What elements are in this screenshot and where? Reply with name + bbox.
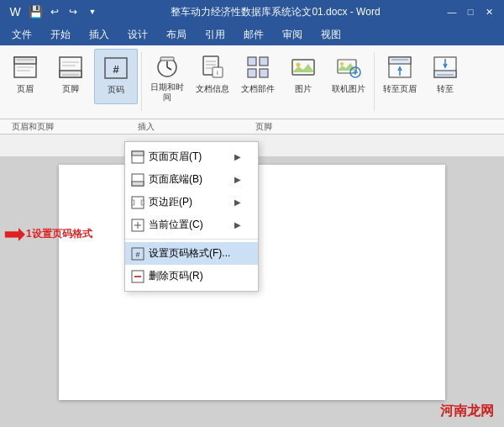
page-number-icon: # — [101, 53, 131, 83]
svg-text:#: # — [113, 63, 119, 76]
svg-rect-49 — [141, 200, 144, 205]
page-bottom-icon — [130, 172, 145, 187]
svg-rect-26 — [248, 69, 256, 77]
title-bar: W 💾 ↩ ↪ ▼ 整车动力经济性数据库系统论文01.docx - Word —… — [0, 0, 504, 24]
footer-button[interactable]: 页脚 — [49, 49, 92, 104]
annotation-text: 1设置页码格式 — [26, 227, 92, 241]
svg-rect-1 — [14, 57, 36, 64]
svg-rect-46 — [132, 182, 144, 186]
menu-design[interactable]: 设计 — [119, 25, 156, 44]
current-pos-arrow: ▶ — [234, 220, 241, 229]
dropdown-remove-label: 删除页码(R) — [149, 269, 203, 283]
page-top-arrow: ▶ — [234, 152, 241, 161]
dropdown-format-label: 设置页码格式(F)... — [149, 246, 230, 261]
svg-rect-6 — [60, 71, 81, 77]
docparts-button[interactable]: 文档部件 — [236, 49, 280, 104]
svg-rect-30 — [338, 60, 356, 73]
menu-references[interactable]: 引用 — [197, 25, 234, 44]
header-icon — [10, 52, 40, 82]
dropdown-format[interactable]: # 设置页码格式(F)... — [125, 242, 258, 265]
dropdown-page-top[interactable]: 页面页眉(T) ▶ — [125, 145, 258, 168]
save-icon[interactable]: 💾 — [27, 3, 44, 20]
svg-rect-27 — [260, 69, 268, 77]
svg-text:#: # — [135, 250, 139, 259]
svg-rect-24 — [248, 57, 256, 66]
dropdown-page-margin[interactable]: 页边距(P) ▶ — [125, 191, 258, 214]
svg-rect-36 — [389, 57, 411, 64]
customize-icon[interactable]: ▼ — [84, 3, 101, 20]
dropdown-page-top-label: 页面页眉(T) — [149, 150, 202, 164]
datetime-button[interactable]: 日期和时间 — [145, 49, 189, 104]
picture-icon — [288, 52, 318, 82]
dropdown-page-bottom[interactable]: 页面底端(B) ▶ — [125, 168, 258, 191]
dropdown-current-pos[interactable]: 当前位置(C) ▶ — [125, 214, 258, 236]
menu-mailings[interactable]: 邮件 — [235, 25, 272, 44]
page-number-label: 页码 — [108, 85, 124, 95]
dropdown-remove[interactable]: 删除页码(R) — [125, 265, 258, 287]
dropdown-separator — [125, 239, 258, 240]
red-arrow-icon: ➡ — [3, 220, 26, 247]
docinfo-icon: i — [197, 52, 228, 82]
header-footer-group-label: 页眉和页脚 — [3, 121, 54, 133]
window-title: 整车动力经济性数据库系统论文01.docx - Word — [108, 5, 444, 19]
online-picture-label: 联机图片 — [332, 84, 365, 94]
goto-footer-button[interactable]: 转至 — [423, 49, 467, 104]
menu-bar: 文件 开始 插入 设计 布局 引用 邮件 审阅 视图 — [0, 24, 504, 45]
menu-insert[interactable]: 插入 — [81, 25, 118, 44]
svg-rect-17 — [160, 57, 174, 61]
svg-point-31 — [340, 62, 344, 66]
ribbon-insert-items: 日期和时间 i 文档信息 — [145, 49, 370, 119]
arrow-annotation: ➡ 1设置页码格式 — [3, 220, 92, 247]
goto-header-icon — [385, 52, 415, 82]
docinfo-button[interactable]: i 文档信息 — [191, 49, 234, 104]
dropdown-current-pos-label: 当前位置(C) — [149, 218, 203, 232]
footer-label: 页脚 — [62, 84, 79, 94]
ribbon-group-nav: 转至页眉 转至 — [378, 49, 467, 119]
footer-group-label: 页脚 — [171, 121, 272, 133]
title-bar-controls: W 💾 ↩ ↪ ▼ — [7, 3, 101, 20]
menu-file[interactable]: 文件 — [3, 25, 40, 44]
maximize-button[interactable]: □ — [462, 3, 479, 20]
goto-header-button[interactable]: 转至页眉 — [378, 49, 422, 104]
ribbon-nav-items: 转至页眉 转至 — [378, 49, 467, 119]
undo-button[interactable]: ↩ — [47, 4, 62, 19]
svg-line-14 — [167, 67, 171, 70]
svg-rect-44 — [132, 151, 144, 156]
ribbon-group-items: 页眉 页脚 — [3, 49, 138, 119]
menu-review[interactable]: 审阅 — [274, 25, 311, 44]
picture-label: 图片 — [295, 84, 312, 94]
menu-layout[interactable]: 布局 — [158, 25, 195, 44]
goto-footer-icon — [430, 52, 460, 82]
redo-button[interactable]: ↪ — [66, 4, 81, 19]
dropdown-page-margin-label: 页边距(P) — [149, 195, 192, 209]
close-button[interactable]: ✕ — [480, 3, 497, 20]
page-margin-arrow: ▶ — [234, 198, 241, 207]
datetime-label: 日期和时间 — [147, 82, 187, 103]
window-controls: — □ ✕ — [444, 3, 497, 20]
goto-footer-label: 转至 — [437, 84, 454, 94]
svg-rect-40 — [434, 71, 456, 77]
picture-button[interactable]: 图片 — [281, 49, 325, 104]
ribbon-labels-row: 页眉和页脚 插入 页脚 — [0, 119, 504, 134]
online-picture-button[interactable]: 联机图片 — [327, 49, 370, 104]
ribbon-divider-1 — [141, 52, 142, 111]
datetime-icon — [152, 52, 182, 81]
remove-icon — [130, 269, 145, 284]
svg-rect-48 — [132, 200, 134, 205]
page-margin-icon — [130, 195, 145, 210]
footer-icon — [55, 52, 86, 82]
header-label: 页眉 — [17, 84, 34, 94]
minimize-button[interactable]: — — [444, 3, 460, 20]
goto-header-label: 转至页眉 — [383, 84, 417, 94]
header-button[interactable]: 页眉 — [3, 49, 47, 104]
ribbon: 页眉 页脚 — [0, 45, 504, 119]
watermark: 河南龙网 — [440, 403, 494, 420]
menu-view[interactable]: 视图 — [312, 25, 349, 44]
docparts-icon — [243, 52, 273, 82]
page-number-button[interactable]: # 页码 — [94, 49, 138, 104]
insert-group-label: 插入 — [71, 121, 155, 133]
svg-rect-25 — [260, 57, 268, 66]
svg-point-29 — [297, 63, 301, 67]
menu-home[interactable]: 开始 — [42, 25, 79, 44]
svg-rect-28 — [292, 60, 314, 75]
